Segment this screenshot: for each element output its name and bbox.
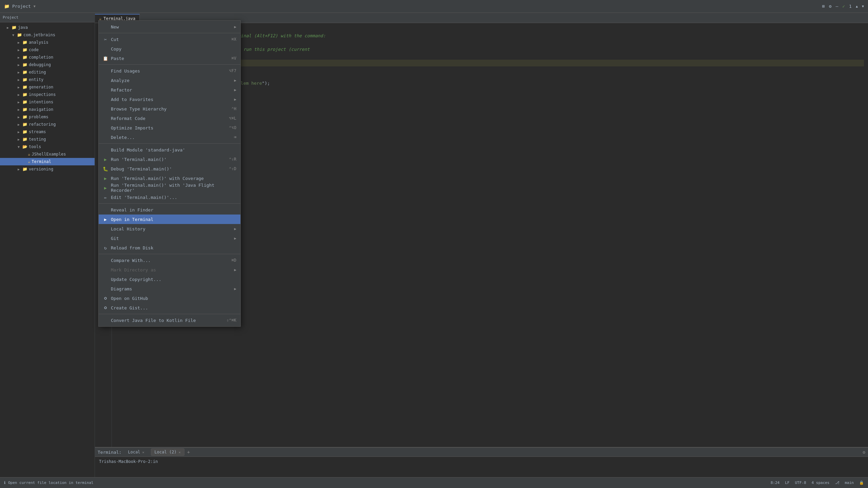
terminal-tab-label: Local bbox=[128, 450, 140, 454]
terminal-tab-local2[interactable]: Local (2) ✕ bbox=[151, 448, 184, 456]
title-bar: 📁 Project ▼ ⊞ ⚙ — ✓ 1 ▲ ▼ bbox=[0, 0, 868, 13]
tree-item-java[interactable]: ▶ 📁 java bbox=[0, 24, 95, 31]
shortcut-label: ⇧⌃⌘K bbox=[226, 318, 236, 323]
jfr-icon: ▶ bbox=[103, 185, 108, 190]
tree-arrow: ▶ bbox=[18, 123, 22, 126]
menu-item-build-module[interactable]: Build Module 'standard-java' bbox=[99, 145, 240, 155]
status-info-icon: ℹ bbox=[4, 481, 5, 485]
layout-icon[interactable]: ⊞ bbox=[822, 4, 825, 9]
tree-item-generation[interactable]: ▶ 📁 generation bbox=[0, 83, 95, 91]
menu-label: Browse Type Hierarchy bbox=[111, 106, 229, 111]
folder-icon: 📁 bbox=[22, 100, 27, 104]
menu-item-find-usages[interactable]: Find Usages ⌥F7 bbox=[99, 66, 240, 76]
indent[interactable]: 4 spaces bbox=[812, 481, 830, 485]
tree-arrow: ▶ bbox=[18, 108, 22, 111]
menu-item-debug-terminal[interactable]: 🐛 Debug 'Terminal.main()' ⌃⇧D bbox=[99, 164, 240, 174]
tree-item-testing[interactable]: ▶ 📁 testing bbox=[0, 136, 95, 143]
github-icon: ⭘ bbox=[103, 296, 108, 301]
tree-item-navigation[interactable]: ▶ 📁 navigation bbox=[0, 106, 95, 113]
menu-item-optimize-imports[interactable]: Optimize Imports ⌃⌥O bbox=[99, 123, 240, 133]
shortcut-label: ⌃H bbox=[232, 106, 236, 111]
terminal-close-icon[interactable]: ✕ bbox=[179, 450, 181, 454]
git-branch[interactable]: main bbox=[845, 481, 854, 485]
folder-icon: 📁 bbox=[22, 55, 27, 60]
terminal-add-button[interactable]: + bbox=[187, 449, 190, 455]
menu-item-run-jfr[interactable]: ▶ Run 'Terminal.main()' with 'Java Fligh… bbox=[99, 183, 240, 192]
sidebar: Project ▶ 📁 java ▼ 📁 com.jetbrains ▶ 📁 a… bbox=[0, 13, 95, 477]
menu-item-git[interactable]: Git ▶ bbox=[99, 233, 240, 243]
submenu-arrow-icon: ▶ bbox=[234, 287, 236, 291]
menu-item-local-history[interactable]: Local History ▶ bbox=[99, 224, 240, 233]
menu-label: Update Copyright... bbox=[111, 277, 236, 282]
terminal-settings-icon[interactable]: ⚙ bbox=[863, 450, 865, 455]
tree-item-analysis[interactable]: ▶ 📁 analysis bbox=[0, 39, 95, 46]
submenu-arrow-icon: ▶ bbox=[234, 88, 236, 92]
up-arrow-icon[interactable]: ▲ bbox=[856, 4, 858, 8]
menu-label: Convert Java File to Kotlin File bbox=[111, 318, 224, 323]
minimize-icon[interactable]: — bbox=[835, 4, 838, 9]
tree-item-editing[interactable]: ▶ 📁 editing bbox=[0, 68, 95, 76]
tree-arrow: ▶ bbox=[18, 78, 22, 82]
tree-item-refactoring[interactable]: ▶ 📁 refactoring bbox=[0, 121, 95, 128]
tree-label: testing bbox=[29, 137, 46, 142]
cursor-position[interactable]: 8:24 bbox=[771, 481, 780, 485]
menu-item-run-terminal[interactable]: ▶ Run 'Terminal.main()' ⌃⇧R bbox=[99, 155, 240, 164]
menu-label: Refactor bbox=[111, 87, 231, 93]
terminal-close-icon[interactable]: ✕ bbox=[142, 450, 144, 454]
tree-arrow: ▶ bbox=[18, 130, 22, 134]
menu-item-copy[interactable]: Copy bbox=[99, 44, 240, 54]
menu-item-run-coverage[interactable]: ▶ Run 'Terminal.main()' with Coverage bbox=[99, 174, 240, 183]
tree-label: analysis bbox=[29, 40, 48, 45]
tree-item-inspections[interactable]: ▶ 📁 inspections bbox=[0, 91, 95, 98]
tree-label: problems bbox=[29, 115, 48, 119]
menu-item-reformat[interactable]: Reformat Code ⌥⌘L bbox=[99, 114, 240, 123]
tree-item-debugging[interactable]: ▶ 📁 debugging bbox=[0, 61, 95, 68]
tree-label: navigation bbox=[29, 107, 53, 112]
line-ending[interactable]: LF bbox=[785, 481, 789, 485]
tree-item-streams[interactable]: ▶ 📁 streams bbox=[0, 128, 95, 136]
menu-label: Delete... bbox=[111, 135, 231, 140]
tree-item-completion[interactable]: ▶ 📁 completion bbox=[0, 54, 95, 61]
menu-item-paste[interactable]: 📋 Paste ⌘V bbox=[99, 54, 240, 63]
tree-item-com-jetbrains[interactable]: ▼ 📁 com.jetbrains bbox=[0, 31, 95, 39]
tree-arrow: ▶ bbox=[18, 167, 22, 171]
file-icon: ☕ bbox=[28, 159, 30, 164]
paste-icon: 📋 bbox=[103, 56, 108, 61]
menu-item-delete[interactable]: Delete... ⌫ bbox=[99, 133, 240, 142]
menu-item-update-copyright[interactable]: Update Copyright... bbox=[99, 274, 240, 284]
tree-item-code[interactable]: ▶ 📁 code bbox=[0, 46, 95, 54]
menu-item-compare-with[interactable]: Compare With... ⌘D bbox=[99, 256, 240, 265]
menu-label: Git bbox=[111, 236, 231, 241]
menu-item-convert-kotlin[interactable]: Convert Java File to Kotlin File ⇧⌃⌘K bbox=[99, 316, 240, 325]
menu-item-refactor[interactable]: Refactor ▶ bbox=[99, 85, 240, 95]
menu-item-diagrams[interactable]: Diagrams ▶ bbox=[99, 284, 240, 293]
menu-item-create-gist[interactable]: ⭘ Create Gist... bbox=[99, 303, 240, 312]
terminal-tab-local[interactable]: Local ✕ bbox=[124, 448, 148, 456]
menu-item-analyze[interactable]: Analyze ▶ bbox=[99, 76, 240, 85]
tree-item-terminal[interactable]: ▶ ☕ Terminal bbox=[0, 158, 95, 165]
file-icon: ☕ bbox=[28, 152, 30, 157]
terminal-body[interactable]: Trishas-MacBook-Pro-2:in bbox=[95, 457, 868, 477]
menu-separator bbox=[99, 33, 240, 33]
tree-item-tools[interactable]: ▼ 📂 tools bbox=[0, 143, 95, 150]
tree-label: generation bbox=[29, 85, 53, 89]
tree-item-jshell[interactable]: ▶ ☕ JShellExamples bbox=[0, 150, 95, 158]
encoding[interactable]: UTF-8 bbox=[795, 481, 806, 485]
tree-item-versioning[interactable]: ▶ 📁 versioning bbox=[0, 165, 95, 173]
menu-item-reload[interactable]: ↻ Reload from Disk bbox=[99, 243, 240, 252]
menu-item-open-github[interactable]: ⭘ Open on GitHub bbox=[99, 293, 240, 303]
menu-item-new[interactable]: New ▶ bbox=[99, 22, 240, 32]
menu-item-browse-hierarchy[interactable]: Browse Type Hierarchy ⌃H bbox=[99, 104, 240, 114]
menu-item-reveal-finder[interactable]: Reveal in Finder bbox=[99, 205, 240, 215]
menu-item-open-terminal[interactable]: ▶ Open in Terminal bbox=[99, 215, 240, 224]
menu-item-cut[interactable]: ✂ Cut ⌘X bbox=[99, 35, 240, 44]
menu-item-add-favorites[interactable]: Add to Favorites ▶ bbox=[99, 95, 240, 104]
settings-icon[interactable]: ⚙ bbox=[829, 4, 832, 9]
tree-item-intentions[interactable]: ▶ 📁 intentions bbox=[0, 98, 95, 106]
tree-item-entity[interactable]: ▶ 📁 entity bbox=[0, 76, 95, 83]
tree-item-problems[interactable]: ▶ 📁 problems bbox=[0, 113, 95, 121]
project-dropdown-icon[interactable]: ▼ bbox=[34, 4, 36, 8]
project-name[interactable]: Project bbox=[12, 4, 31, 9]
down-arrow-icon[interactable]: ▼ bbox=[862, 4, 864, 8]
menu-item-edit-terminal[interactable]: ✏ Edit 'Terminal.main()'... bbox=[99, 192, 240, 202]
